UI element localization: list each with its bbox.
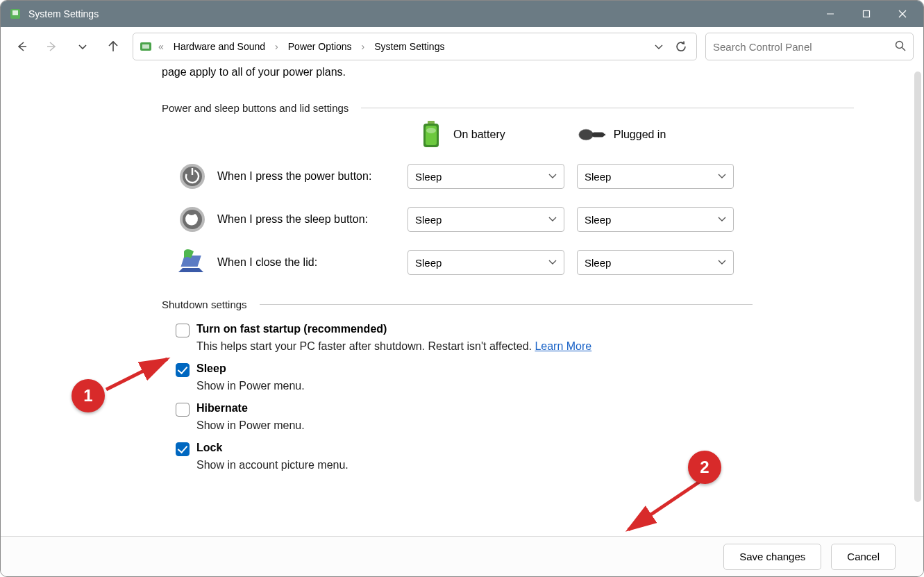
column-plugged-in: Plugged in [578,126,666,143]
minimize-button[interactable] [812,1,848,27]
save-changes-button[interactable]: Save changes [723,544,821,570]
sleep-button-plugged-select[interactable]: Sleep [577,207,734,232]
laptop-lid-icon [177,247,208,278]
divider [361,108,854,108]
chevron-down-icon [548,257,557,268]
control-panel-icon [139,40,153,53]
chevron-down-icon [718,214,726,225]
lid-close-label: When I close the lid: [217,256,408,269]
power-button-battery-select[interactable]: Sleep [408,164,564,189]
power-button-icon [177,161,208,192]
svg-point-11 [896,41,903,48]
lock-desc: Show in account picture menu. [196,459,896,471]
lock-title: Lock [196,442,222,454]
breadcrumb-bar[interactable]: « Hardware and Sound › Power Options › S… [133,33,697,60]
search-icon [895,40,906,53]
sleep-item: Sleep Show in Power menu. [176,362,896,392]
cancel-button[interactable]: Cancel [831,544,896,570]
search-input[interactable] [713,41,895,53]
lid-plugged-select[interactable]: Sleep [577,250,734,275]
lid-close-row: When I close the lid: Sleep Sleep [28,247,896,278]
sleep-button-icon [177,204,208,235]
svg-rect-3 [864,11,870,17]
power-button-label: When I press the power button: [217,170,408,183]
up-button[interactable] [102,35,124,58]
scrollbar[interactable] [914,72,921,502]
hibernate-item: Hibernate Show in Power menu. [176,402,896,432]
section-power-heading: Power and sleep buttons and lid settings [162,102,348,114]
column-plugged-in-label: Plugged in [614,128,666,141]
fast-startup-title: Turn on fast startup (recommended) [196,323,387,335]
divider [260,304,753,305]
breadcrumb-power-options[interactable]: Power Options [284,38,356,55]
chevron-down-icon [548,214,557,225]
lock-checkbox[interactable] [176,442,190,456]
chevron-right-icon: › [359,41,368,52]
sleep-checkbox[interactable] [176,363,190,377]
recent-dropdown[interactable] [72,35,94,58]
sleep-title: Sleep [196,362,226,375]
sleep-button-battery-select[interactable]: Sleep [408,207,564,232]
power-button-plugged-select[interactable]: Sleep [577,164,734,189]
app-icon [9,8,22,20]
breadcrumb-system-settings[interactable]: System Settings [370,38,448,55]
back-button[interactable] [10,35,33,58]
address-dropdown[interactable] [649,37,669,56]
svg-line-12 [902,47,906,51]
svg-rect-19 [592,133,604,137]
chevron-left-icon: « [156,41,167,52]
svg-point-16 [426,128,436,133]
content-area: page apply to all of your power plans. P… [1,66,923,536]
hibernate-checkbox[interactable] [176,403,190,417]
lid-battery-select[interactable]: Sleep [408,250,564,275]
window-title: System Settings [28,8,812,19]
chevron-down-icon [718,171,726,182]
search-box[interactable] [705,33,914,60]
fast-startup-desc: This helps start your PC faster after sh… [196,340,535,352]
close-button[interactable] [884,1,921,27]
svg-rect-10 [142,44,149,49]
chevron-down-icon [548,171,557,182]
sleep-desc: Show in Power menu. [196,380,896,392]
footer: Save changes Cancel [1,536,923,576]
lock-item: Lock Show in account picture menu. [176,442,896,471]
learn-more-link[interactable]: Learn More [535,340,591,352]
column-on-battery: On battery [417,121,505,149]
plug-icon [578,126,605,143]
battery-icon [417,121,445,149]
power-button-row: When I press the power button: Sleep Sle… [28,161,896,192]
fast-startup-checkbox[interactable] [176,324,190,337]
sleep-button-row: When I press the sleep button: Sleep Sle… [28,204,896,235]
maximize-button[interactable] [848,1,884,27]
section-shutdown-heading: Shutdown settings [162,299,247,310]
svg-rect-1 [12,10,18,15]
column-on-battery-label: On battery [453,128,505,141]
annotation-badge-1: 1 [72,379,105,412]
sleep-button-label: When I press the sleep button: [217,213,408,226]
chevron-right-icon: › [272,41,281,52]
titlebar: System Settings [1,1,923,27]
page-description-fragment: page apply to all of your power plans. [28,66,896,85]
fast-startup-item: Turn on fast startup (recommended) This … [176,323,896,353]
annotation-badge-2: 2 [688,451,721,484]
chevron-down-icon [718,257,726,268]
breadcrumb-hardware[interactable]: Hardware and Sound [169,38,269,55]
toolbar: « Hardware and Sound › Power Options › S… [1,27,923,66]
hibernate-title: Hibernate [196,402,248,415]
refresh-button[interactable] [671,37,691,56]
forward-button[interactable] [41,35,63,58]
hibernate-desc: Show in Power menu. [196,419,896,432]
